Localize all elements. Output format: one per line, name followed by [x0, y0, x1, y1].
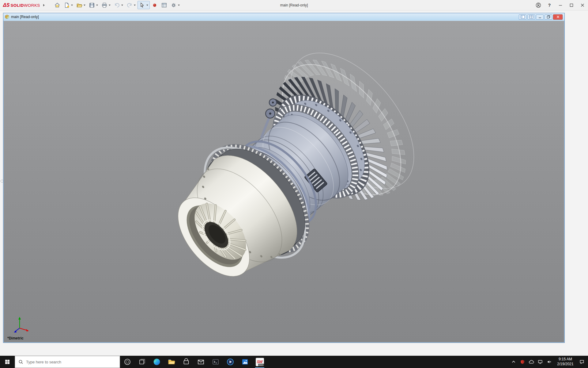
volume-mute-icon [547, 359, 552, 364]
cloud-icon [529, 359, 534, 364]
action-center-icon [579, 359, 584, 364]
shield-icon [520, 359, 525, 364]
caret-down-icon[interactable] [96, 5, 98, 6]
y-axis-arrow [18, 317, 21, 320]
defender-shield-tray[interactable] [518, 356, 527, 368]
toolbar-red-sphere-button[interactable] [150, 1, 159, 9]
design-table-icon [161, 2, 167, 8]
select-cursor-icon [139, 2, 145, 8]
screen: { "titlebar": { "brand": { "mark": "ΔS",… [0, 0, 588, 368]
toolbar-undo-button[interactable] [112, 1, 125, 9]
windows-logo-icon [5, 359, 10, 365]
doc-restore-button[interactable] [545, 14, 552, 20]
minimize-icon [559, 3, 562, 7]
toolbar-select-cursor-button[interactable] [138, 1, 150, 9]
home-icon [54, 2, 60, 8]
x-axis [20, 328, 27, 330]
taskbar-app-mail[interactable] [194, 356, 208, 368]
minimize-button[interactable] [555, 0, 566, 10]
redo-icon [126, 2, 133, 8]
undo-icon [114, 2, 120, 8]
cortana-button[interactable] [120, 356, 135, 368]
caret-down-icon[interactable] [146, 5, 148, 6]
x-axis-arrow [26, 329, 29, 332]
taskbar-clock[interactable]: 9:15 AM 2/19/2021 [553, 357, 577, 366]
app-titlebar: ΔS SOLID WORKS main [Read-only] ? [0, 0, 588, 10]
caret-down-icon[interactable] [109, 5, 111, 6]
taskbar: SW2021 [0, 356, 588, 368]
maximize-button[interactable] [566, 0, 577, 10]
minimize-icon [538, 15, 541, 18]
save-icon [89, 2, 95, 8]
open-icon [76, 2, 82, 8]
part-cube-icon [5, 14, 9, 19]
photos-app-icon [241, 358, 249, 366]
orientation-triad[interactable] [10, 315, 29, 334]
solidworks-logo: ΔS SOLID WORKS [0, 2, 40, 8]
close-button[interactable] [577, 0, 588, 10]
taskbar-app-media[interactable] [223, 356, 238, 368]
network-icon [538, 359, 543, 364]
taskbar-app-icons: SW2021 [149, 356, 267, 368]
clock-date: 2/19/2021 [553, 362, 577, 367]
file-explorer-app-icon [168, 358, 175, 366]
taskbar-app-store[interactable] [179, 356, 194, 368]
toolbar-print-button[interactable] [100, 1, 112, 9]
search-input[interactable] [26, 360, 106, 364]
viewport-split-button[interactable] [527, 14, 535, 20]
viewport-split-icon [529, 15, 533, 19]
menu-expander-icon[interactable] [43, 4, 45, 6]
cortana-icon [123, 358, 131, 366]
account-button[interactable] [533, 0, 544, 10]
task-view-icon [138, 358, 146, 366]
onedrive-tray[interactable] [527, 356, 536, 368]
red-sphere-icon [152, 2, 158, 8]
taskbar-app-file-explorer[interactable] [164, 356, 179, 368]
toolbar-redo-button[interactable] [125, 1, 137, 9]
view-orientation-label: *Dimetric [7, 336, 24, 340]
engine-model [4, 21, 564, 342]
taskbar-app-edge[interactable] [149, 356, 164, 368]
toolbar-settings-button[interactable] [169, 1, 181, 9]
toolbar-design-table-button[interactable] [160, 1, 169, 9]
doc-minimize-button[interactable] [536, 14, 544, 20]
help-button[interactable]: ? [544, 0, 555, 10]
caret-down-icon[interactable] [71, 5, 73, 6]
taskbar-search[interactable] [15, 356, 120, 368]
toolbar-new-document-button[interactable] [62, 1, 74, 9]
volume-tray[interactable] [545, 356, 553, 368]
terminal-app-icon [212, 358, 220, 366]
graphics-viewport[interactable]: *Dimetric [4, 21, 564, 342]
task-view-button[interactable] [135, 356, 149, 368]
network-tray[interactable] [536, 356, 545, 368]
toolbar-open-button[interactable] [75, 1, 87, 9]
chevron-up-icon [511, 359, 516, 364]
toolbar-home-button[interactable] [53, 1, 62, 9]
hidden-icons-button[interactable] [509, 356, 518, 368]
viewport-single-button[interactable] [519, 14, 526, 20]
document-window: main [Read-only] [3, 13, 565, 343]
toolbar-save-button[interactable] [87, 1, 100, 9]
taskbar-app-solidworks[interactable]: SW2021 [252, 356, 267, 368]
caret-down-icon[interactable] [84, 5, 85, 6]
mail-app-icon [197, 358, 205, 366]
search-icon [18, 359, 23, 364]
document-titlebar[interactable]: main [Read-only] [3, 13, 564, 21]
help-icon: ? [548, 3, 551, 8]
quick-access-toolbar [53, 0, 181, 10]
dassault-mark-icon: ΔS [3, 2, 9, 8]
start-button[interactable] [0, 356, 15, 368]
window-controls: ? [533, 0, 588, 10]
taskbar-app-photos[interactable] [238, 356, 252, 368]
doc-close-button[interactable] [553, 14, 563, 20]
caret-down-icon[interactable] [178, 5, 180, 6]
action-center-button[interactable] [577, 356, 586, 368]
new-document-icon [64, 2, 70, 8]
store-app-icon [182, 358, 190, 366]
taskbar-app-terminal[interactable] [208, 356, 223, 368]
caret-down-icon[interactable] [134, 5, 136, 6]
maximize-icon [570, 3, 573, 7]
system-tray: 9:15 AM 2/19/2021 [509, 356, 588, 368]
person-icon [535, 2, 541, 8]
caret-down-icon[interactable] [121, 5, 123, 6]
